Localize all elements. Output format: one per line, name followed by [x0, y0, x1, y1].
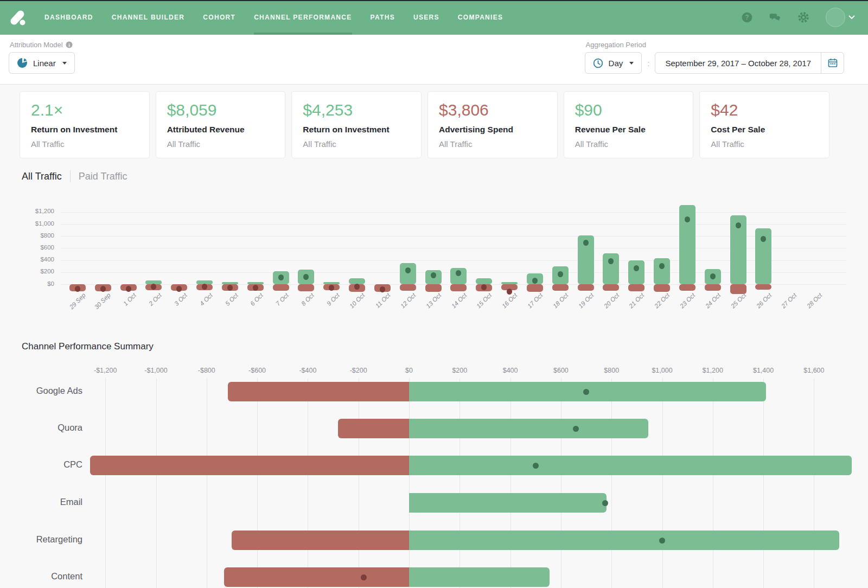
revenue-bar-15-oct[interactable]	[476, 278, 492, 284]
x-axis-tick-label: 8 Oct	[300, 292, 315, 307]
net-dot-24-oct	[710, 273, 716, 279]
net-dot-5-oct	[227, 285, 233, 291]
nav-item-companies[interactable]: COMPANIES	[458, 0, 503, 35]
revenue-bar-email[interactable]	[409, 493, 607, 513]
spend-bar-8-oct[interactable]	[298, 284, 314, 291]
kpi-value: $4,253	[303, 101, 410, 119]
x-axis-tick-label: $1,200	[690, 367, 736, 374]
nav-item-users[interactable]: USERS	[413, 0, 439, 35]
x-axis-tick-label: 10 Oct	[348, 292, 366, 309]
kpi-scope: All Traffic	[303, 139, 410, 149]
net-dot-retargeting	[659, 538, 665, 544]
net-dot-quora	[573, 426, 579, 432]
x-axis-tick-label: $1,600	[791, 367, 837, 374]
revenue-bar-21-oct[interactable]	[628, 260, 644, 284]
net-dot-10-oct	[354, 284, 360, 290]
x-gridline	[409, 378, 410, 588]
attribution-logo[interactable]	[9, 8, 27, 27]
revenue-bar-5-oct[interactable]	[222, 282, 238, 284]
x-gridline	[662, 378, 663, 588]
spend-bar-13-oct[interactable]	[425, 284, 442, 292]
x-axis-tick-label: 27 Oct	[780, 292, 797, 309]
spend-bar-14-oct[interactable]	[450, 284, 467, 291]
gear-icon[interactable]	[797, 11, 809, 23]
spend-bar-google-ads[interactable]	[228, 382, 409, 401]
nav-item-label: DASHBOARD	[44, 14, 93, 21]
x-axis-tick-label: $400	[488, 367, 533, 374]
spend-bar-7-oct[interactable]	[273, 284, 289, 291]
revenue-bar-content[interactable]	[409, 567, 550, 587]
row-label-email: Email	[0, 497, 82, 507]
spend-bar-content[interactable]	[224, 567, 409, 587]
spend-bar-23-oct[interactable]	[679, 284, 695, 291]
date-range-picker[interactable]: September 29, 2017 – October 28, 2017	[655, 52, 844, 74]
x-gridline	[611, 378, 612, 588]
spend-bar-24-oct[interactable]	[705, 284, 721, 291]
net-dot-25-oct	[736, 222, 741, 228]
tab-paid-traffic[interactable]: Paid Traffic	[79, 171, 127, 182]
kpi-label: Return on Investment	[31, 125, 138, 135]
spend-bar-18-oct[interactable]	[552, 284, 569, 291]
daily-revenue-spend-chart: $0$200$400$600$800$1,000$1,20029 Sep30 S…	[0, 195, 868, 328]
attribution-model-label: Attribution Model i	[10, 41, 75, 49]
net-dot-29-sep	[75, 286, 80, 292]
tab-all-traffic[interactable]: All Traffic	[22, 171, 62, 182]
revenue-bar-cpc[interactable]	[409, 456, 852, 475]
y-gridline	[61, 236, 846, 237]
kpi-value: $90	[575, 101, 682, 119]
spend-bar-22-oct[interactable]	[654, 284, 670, 292]
chat-icon[interactable]	[769, 11, 781, 23]
x-gridline	[156, 378, 157, 588]
x-axis-tick-label: 6 Oct	[249, 292, 264, 307]
revenue-bar-quora[interactable]	[409, 419, 648, 438]
net-dot-18-oct	[558, 271, 563, 277]
spend-bar-12-oct[interactable]	[400, 284, 416, 291]
net-dot-23-oct	[685, 216, 690, 222]
x-axis-tick-label: 14 Oct	[450, 292, 467, 309]
spend-bar-17-oct[interactable]	[527, 284, 543, 292]
nav-item-cohort[interactable]: COHORT	[203, 0, 235, 35]
revenue-bar-12-oct[interactable]	[400, 263, 416, 284]
revenue-bar-22-oct[interactable]	[654, 258, 670, 284]
net-dot-7-oct	[278, 274, 284, 280]
spend-bar-26-oct[interactable]	[755, 284, 771, 290]
spend-bar-19-oct[interactable]	[578, 284, 594, 291]
spend-bar-quora[interactable]	[338, 419, 409, 438]
nav-item-channel-builder[interactable]: CHANNEL BUILDER	[112, 0, 185, 35]
x-axis-tick-label: $0	[386, 367, 432, 374]
y-axis-tick-label: $600	[0, 244, 54, 251]
topbar-right: ?	[741, 8, 855, 27]
calendar-button[interactable]	[821, 53, 844, 73]
spend-bar-retargeting[interactable]	[232, 531, 409, 550]
kpi-card-advertising-spend: $3,806Advertising SpendAll Traffic	[427, 91, 558, 158]
avatar[interactable]	[826, 8, 845, 27]
kpi-label: Advertising Spend	[439, 125, 546, 135]
active-tab-underline	[254, 33, 352, 35]
nav-item-paths[interactable]: PATHS	[371, 0, 395, 35]
revenue-bar-16-oct[interactable]	[501, 282, 518, 284]
kpi-label: Cost Per Sale	[711, 125, 818, 135]
help-icon[interactable]: ?	[741, 11, 753, 23]
date-range-value[interactable]: September 29, 2017 – October 28, 2017	[655, 53, 821, 73]
nav-item-label: COHORT	[203, 14, 235, 21]
user-menu[interactable]	[826, 8, 855, 27]
nav-item-dashboard[interactable]: DASHBOARD	[44, 0, 93, 35]
x-axis-tick-label: 30 Sep	[93, 292, 112, 310]
attribution-model-select[interactable]: Linear	[9, 52, 75, 74]
spend-bar-21-oct[interactable]	[628, 284, 644, 291]
y-axis-tick-label: $0	[0, 280, 54, 287]
kpi-scope: All Traffic	[439, 139, 546, 149]
revenue-bar-9-oct[interactable]	[323, 282, 340, 284]
revenue-bar-retargeting[interactable]	[409, 531, 839, 550]
revenue-bar-6-oct[interactable]	[247, 282, 264, 284]
aggregation-period-select[interactable]: Day	[585, 52, 642, 74]
spend-bar-20-oct[interactable]	[603, 284, 619, 291]
top-nav-bar: DASHBOARDCHANNEL BUILDERCOHORTCHANNEL PE…	[0, 0, 868, 35]
info-icon[interactable]: i	[66, 41, 73, 48]
nav-item-channel-performance[interactable]: CHANNEL PERFORMANCE	[254, 0, 352, 35]
spend-bar-cpc[interactable]	[90, 456, 409, 475]
x-axis-tick-label: -$800	[184, 367, 229, 374]
kpi-label: Revenue Per Sale	[575, 125, 682, 135]
x-axis-tick-label: 23 Oct	[679, 292, 696, 309]
net-dot-cpc	[533, 463, 539, 469]
